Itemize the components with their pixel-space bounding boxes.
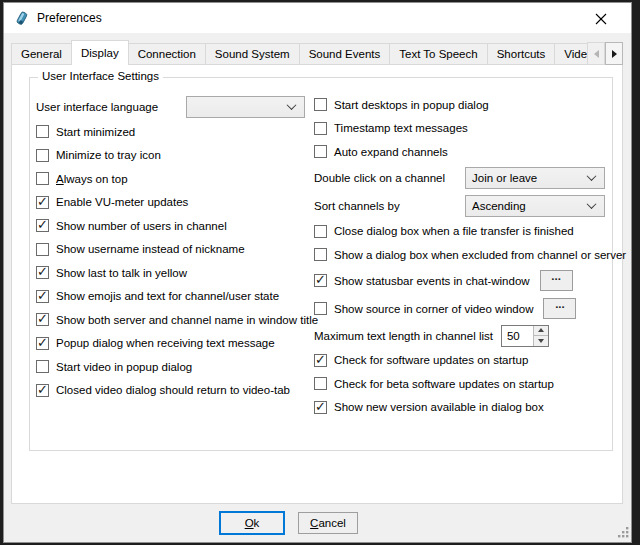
- tab-video[interactable]: Video: [554, 43, 589, 65]
- statusbar-events-row[interactable]: Show statusbar events in chat-window ...: [314, 267, 616, 295]
- checkbox-row[interactable]: Show last to talk in yellow: [36, 261, 308, 285]
- double-click-label: Double click on a channel: [314, 172, 465, 184]
- checkbox-row[interactable]: Timestamp text messages: [314, 117, 616, 141]
- max-text-length-value[interactable]: 50: [502, 326, 533, 346]
- double-click-value: Join or leave: [472, 172, 537, 184]
- checkbox-label[interactable]: Timestamp text messages: [334, 122, 468, 134]
- tab-display[interactable]: Display: [71, 40, 129, 65]
- checkbox-label[interactable]: Show username instead of nickname: [56, 243, 245, 255]
- checkbox-row[interactable]: Show both server and channel name in win…: [36, 308, 308, 332]
- checkbox-row[interactable]: Start video in popup dialog: [36, 355, 308, 379]
- tab-bar: General Display Connection Sound System …: [11, 39, 589, 65]
- checkbox-row[interactable]: Start desktops in popup dialog: [314, 93, 616, 117]
- sort-channels-select[interactable]: Ascending: [465, 195, 605, 217]
- checkbox-row[interactable]: Minimize to tray icon: [36, 144, 308, 168]
- checkbox[interactable]: [36, 219, 49, 232]
- checkbox-label[interactable]: Show source in corner of video window: [334, 303, 533, 315]
- checkbox-label[interactable]: Closed video dialog should return to vid…: [56, 384, 290, 396]
- checkbox[interactable]: [36, 172, 49, 185]
- checkbox-label[interactable]: Check for beta software updates on start…: [334, 378, 554, 390]
- checkbox[interactable]: [314, 225, 327, 238]
- checkbox-label[interactable]: Enable VU-meter updates: [56, 196, 188, 208]
- checkbox[interactable]: [314, 302, 327, 315]
- right-settings-column: Start desktops in popup dialog Timestamp…: [314, 93, 616, 419]
- language-select[interactable]: [186, 96, 305, 118]
- checkbox[interactable]: [36, 125, 49, 138]
- max-text-length-spinner[interactable]: 50: [501, 325, 549, 347]
- cancel-button[interactable]: Cancel: [298, 512, 358, 534]
- checkbox[interactable]: [314, 274, 327, 287]
- checkbox-label[interactable]: Show last to talk in yellow: [56, 267, 187, 279]
- tab-scroll-right-button[interactable]: [605, 42, 623, 65]
- checkbox-label[interactable]: Show a dialog box when excluded from cha…: [334, 249, 626, 261]
- checkbox[interactable]: [314, 248, 327, 261]
- spin-down-button[interactable]: [534, 335, 548, 346]
- app-icon: [13, 10, 30, 27]
- tab-sound-events[interactable]: Sound Events: [299, 43, 391, 65]
- checkbox[interactable]: [314, 377, 327, 390]
- checkbox-row[interactable]: Show emojis and text for channel/user st…: [36, 285, 308, 309]
- checkbox[interactable]: [314, 145, 327, 158]
- checkbox-row[interactable]: Show new version available in dialog box: [314, 396, 616, 420]
- checkbox-label[interactable]: Auto expand channels: [334, 146, 448, 158]
- checkbox-label[interactable]: Show new version available in dialog box: [334, 401, 544, 413]
- checkbox-label[interactable]: Start video in popup dialog: [56, 361, 192, 373]
- video-source-row[interactable]: Show source in corner of video window ..…: [314, 295, 616, 323]
- checkbox-label[interactable]: Close dialog box when a file transfer is…: [334, 225, 574, 237]
- checkbox-label[interactable]: Start minimized: [56, 126, 135, 138]
- ok-button[interactable]: Ok: [219, 511, 285, 535]
- checkbox-label[interactable]: Show statusbar events in chat-window: [334, 275, 530, 287]
- checkbox[interactable]: [36, 384, 49, 397]
- checkbox[interactable]: [314, 122, 327, 135]
- checkbox[interactable]: [314, 354, 327, 367]
- checkbox[interactable]: [314, 98, 327, 111]
- tab-general[interactable]: General: [11, 43, 72, 65]
- double-click-select[interactable]: Join or leave: [465, 167, 605, 189]
- tab-text-to-speech[interactable]: Text To Speech: [389, 43, 487, 65]
- language-label: User interface language: [36, 101, 186, 113]
- checkbox-label[interactable]: Start desktops in popup dialog: [334, 99, 489, 111]
- checkbox-label[interactable]: Show both server and channel name in win…: [56, 314, 318, 326]
- checkbox-label[interactable]: Check for software updates on startup: [334, 354, 528, 366]
- checkbox[interactable]: [36, 313, 49, 326]
- checkbox-row[interactable]: Start minimized: [36, 120, 308, 144]
- checkbox[interactable]: [36, 337, 49, 350]
- titlebar[interactable]: Preferences: [4, 3, 631, 33]
- checkbox[interactable]: [36, 360, 49, 373]
- resize-grip[interactable]: [618, 527, 629, 538]
- tab-connection[interactable]: Connection: [128, 43, 206, 65]
- tab-scroll-left-button[interactable]: [587, 42, 605, 65]
- checkbox-label[interactable]: Always on top: [56, 173, 128, 185]
- tab-shortcuts[interactable]: Shortcuts: [487, 43, 556, 65]
- spin-up-button[interactable]: [534, 326, 548, 336]
- checkbox[interactable]: [36, 243, 49, 256]
- checkbox[interactable]: [36, 266, 49, 279]
- checkbox-row[interactable]: Closed video dialog should return to vid…: [36, 379, 308, 403]
- checkbox[interactable]: [36, 290, 49, 303]
- checkbox-label[interactable]: Show emojis and text for channel/user st…: [56, 290, 279, 302]
- checkbox-row[interactable]: Enable VU-meter updates: [36, 191, 308, 215]
- checkbox-row[interactable]: Popup dialog when receiving text message: [36, 332, 308, 356]
- checkbox-row[interactable]: Always on top: [36, 167, 308, 191]
- checkbox[interactable]: [36, 149, 49, 162]
- checkbox-label[interactable]: Minimize to tray icon: [56, 149, 161, 161]
- checkbox-row[interactable]: Show username instead of nickname: [36, 238, 308, 262]
- checkbox-row[interactable]: Check for beta software updates on start…: [314, 372, 616, 396]
- close-button[interactable]: [585, 9, 617, 29]
- arrow-up-icon: [538, 328, 544, 332]
- checkbox-row[interactable]: Check for software updates on startup: [314, 349, 616, 373]
- checkbox-row[interactable]: Show number of users in channel: [36, 214, 308, 238]
- checkbox-label[interactable]: Show number of users in channel: [56, 220, 227, 232]
- video-source-more-button[interactable]: ...: [543, 298, 576, 319]
- chevron-down-icon: [587, 171, 597, 181]
- checkbox[interactable]: [36, 196, 49, 209]
- checkbox-row[interactable]: Auto expand channels: [314, 140, 616, 164]
- statusbar-events-more-button[interactable]: ...: [540, 270, 573, 291]
- checkbox-label[interactable]: Popup dialog when receiving text message: [56, 337, 275, 349]
- sort-channels-value: Ascending: [472, 200, 526, 212]
- checkbox-row[interactable]: Show a dialog box when excluded from cha…: [314, 243, 616, 267]
- checkbox-row[interactable]: Close dialog box when a file transfer is…: [314, 220, 616, 244]
- tab-sound-system[interactable]: Sound System: [205, 43, 300, 65]
- checkbox[interactable]: [314, 401, 327, 414]
- spinner-buttons: [533, 326, 548, 346]
